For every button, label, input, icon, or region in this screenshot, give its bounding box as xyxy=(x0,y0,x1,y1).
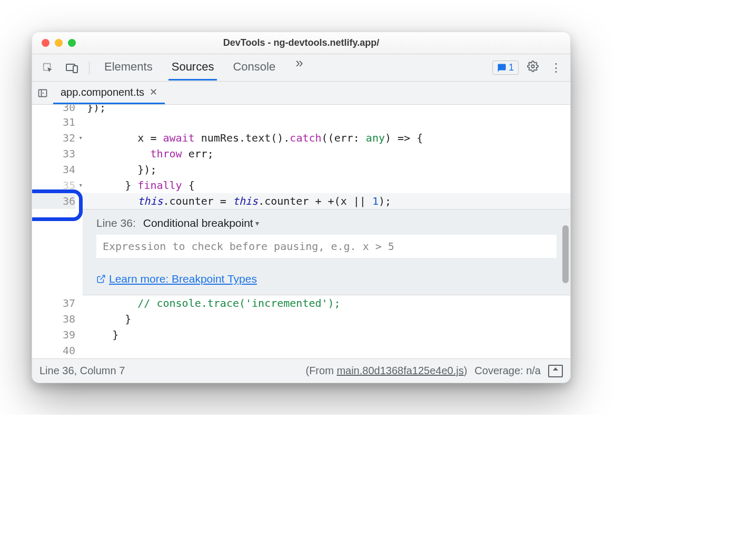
titlebar: DevTools - ng-devtools.netlify.app/ xyxy=(32,32,570,54)
traffic-lights xyxy=(32,39,76,47)
line-number[interactable]: 37 xyxy=(32,295,75,311)
main-toolbar: Elements Sources Console » 1 ⋮ xyxy=(32,54,570,82)
line-number[interactable]: 30 xyxy=(32,105,75,114)
inspect-element-icon[interactable] xyxy=(37,57,58,78)
source-file-link[interactable]: main.80d1368fa125e4e0.js xyxy=(336,365,463,376)
code-area[interactable]: // console.trace('incremented'); } } xyxy=(83,295,570,358)
code-line: } finally { xyxy=(83,177,570,193)
code-line-highlighted: this.counter = this.counter + +(x || 1); xyxy=(83,193,570,209)
file-tab-name: app.component.ts xyxy=(61,86,144,98)
code-line: } xyxy=(83,311,570,327)
code-line: // console.trace('incremented'); xyxy=(83,295,570,311)
line-gutter[interactable]: 37 38 39 40 xyxy=(32,295,83,358)
navigator-toggle-icon[interactable] xyxy=(32,88,53,98)
tabs-overflow-icon[interactable]: » xyxy=(291,55,307,81)
drawer-toggle-icon[interactable] xyxy=(548,365,563,377)
code-line: }); xyxy=(83,105,570,114)
external-link-icon xyxy=(96,274,106,284)
code-line: x = await numRes.text().catch((err: any)… xyxy=(83,130,570,146)
toolbar-right: 1 ⋮ xyxy=(492,61,565,75)
code-editor-lower[interactable]: 37 38 39 40 // console.trace('incremente… xyxy=(32,295,570,358)
file-tabs-bar: app.component.ts ✕ xyxy=(32,82,570,105)
devtools-window: DevTools - ng-devtools.netlify.app/ Elem… xyxy=(32,32,571,383)
file-tab-app-component[interactable]: app.component.ts ✕ xyxy=(53,82,165,104)
maximize-window-button[interactable] xyxy=(68,39,76,47)
coverage-status: Coverage: n/a xyxy=(474,365,541,377)
code-line xyxy=(83,343,570,358)
code-line xyxy=(83,114,570,130)
line-number[interactable]: 31 xyxy=(32,114,75,130)
settings-icon[interactable] xyxy=(524,61,542,75)
more-menu-icon[interactable]: ⋮ xyxy=(547,61,565,75)
line-number[interactable]: 35 xyxy=(32,177,75,193)
scrollbar-thumb[interactable] xyxy=(562,225,569,283)
code-area[interactable]: }); x = await numRes.text().catch((err: … xyxy=(83,105,570,209)
close-file-tab-icon[interactable]: ✕ xyxy=(150,86,157,98)
source-from: (From main.80d1368fa125e4e0.js) xyxy=(305,365,467,377)
panel-tabs: Elements Sources Console » xyxy=(96,55,489,81)
tab-elements[interactable]: Elements xyxy=(101,55,156,81)
line-gutter[interactable]: 30 31 32 33 34 35 36 xyxy=(32,105,83,209)
code-line: }); xyxy=(83,162,570,177)
svg-line-6 xyxy=(101,275,105,279)
toolbar-separator xyxy=(89,61,90,75)
breakpoint-type-select[interactable]: Conditional breakpoint xyxy=(143,217,259,229)
breakpoint-expression-input[interactable] xyxy=(96,235,557,258)
issues-count: 1 xyxy=(509,62,514,73)
svg-point-3 xyxy=(531,65,534,68)
code-line: throw err; xyxy=(83,146,570,162)
line-number[interactable]: 40 xyxy=(32,343,75,358)
issues-badge[interactable]: 1 xyxy=(492,61,519,75)
svg-rect-2 xyxy=(73,66,77,73)
close-window-button[interactable] xyxy=(42,39,49,47)
breakpoint-line-label: Line 36: xyxy=(96,217,136,229)
line-number[interactable]: 32 xyxy=(32,130,75,146)
line-number[interactable]: 33 xyxy=(32,146,75,162)
tab-sources[interactable]: Sources xyxy=(168,55,217,81)
line-number[interactable]: 38 xyxy=(32,311,75,327)
breakpoint-editor-panel: Line 36: Conditional breakpoint Learn mo… xyxy=(83,209,570,295)
breakpoint-header: Line 36: Conditional breakpoint xyxy=(96,217,557,229)
line-number[interactable]: 34 xyxy=(32,162,75,177)
window-title: DevTools - ng-devtools.netlify.app/ xyxy=(32,37,570,48)
line-number-highlighted[interactable]: 36 xyxy=(32,193,75,209)
status-bar: Line 36, Column 7 (From main.80d1368fa12… xyxy=(32,358,570,383)
issues-icon xyxy=(497,63,507,73)
breakpoint-learn-more-link[interactable]: Learn more: Breakpoint Types xyxy=(96,273,557,285)
code-editor[interactable]: 30 31 32 33 34 35 36 }); x = await numRe… xyxy=(32,105,570,209)
minimize-window-button[interactable] xyxy=(55,39,63,47)
cursor-position: Line 36, Column 7 xyxy=(39,365,125,377)
line-number[interactable]: 39 xyxy=(32,327,75,343)
code-line: } xyxy=(83,327,570,343)
tab-console[interactable]: Console xyxy=(230,55,279,81)
device-toolbar-icon[interactable] xyxy=(62,57,83,78)
